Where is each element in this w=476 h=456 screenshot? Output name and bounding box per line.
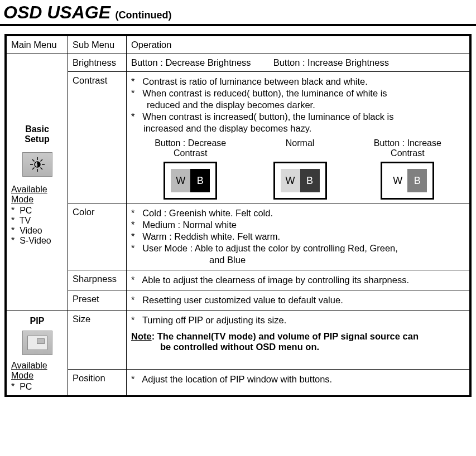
main-menu-pip: PIP Available Mode PC bbox=[7, 311, 68, 396]
submenu-brightness: Brightness bbox=[68, 54, 127, 72]
contrast-demo-increase: Button : Increase Contrast W B bbox=[374, 138, 441, 200]
page-title: OSD USAGE bbox=[3, 2, 110, 22]
contrast-demo-box-dec: W B bbox=[164, 162, 217, 200]
basic-setup-title: Basic Setup bbox=[11, 124, 63, 144]
row-brightness: Basic Setup bbox=[7, 54, 470, 72]
svg-line-6 bbox=[40, 168, 42, 170]
op-contrast: Contrast is ratio of luminance between b… bbox=[127, 72, 470, 203]
pip-icon bbox=[22, 331, 52, 355]
row-color: Color Cold : Greenish white. Felt cold. … bbox=[7, 203, 470, 270]
contrast-demo-normal: Normal W B bbox=[273, 138, 327, 200]
brightness-decrease-text: Button : Decrease Brightness bbox=[131, 57, 251, 68]
mode-item: PC bbox=[11, 382, 63, 392]
contrast-demo-decrease: Button : Decrease Contrast W B bbox=[155, 138, 226, 200]
table-header-row: Main Menu Sub Menu Operation bbox=[7, 36, 470, 54]
pip-size-b1: Turning off PIP or adjusting its size. bbox=[131, 315, 465, 326]
mode-item: PC bbox=[11, 206, 63, 216]
color-b4b: and Blue bbox=[131, 255, 465, 265]
available-mode-list: PC TV Video S-Video bbox=[11, 206, 63, 246]
pip-position-b1: Adjust the location of PIP window with b… bbox=[131, 374, 465, 385]
contrast-note-2b: reduced and the display becomes darker. bbox=[131, 100, 465, 110]
svg-line-8 bbox=[40, 159, 42, 162]
pip-available-mode-label: Available Mode bbox=[11, 361, 47, 380]
mode-item: Video bbox=[11, 226, 63, 236]
op-pip-size: Turning off PIP or adjusting its size. N… bbox=[127, 311, 470, 370]
submenu-sharpness: Sharpness bbox=[68, 270, 127, 290]
pip-note-label: Note bbox=[131, 331, 152, 341]
svg-line-5 bbox=[32, 159, 35, 162]
op-preset: Resetting user customized value to defau… bbox=[127, 290, 470, 311]
pip-note-1: : The channel(TV mode) and volume of PIP… bbox=[152, 331, 419, 341]
contrast-demo-row: Button : Decrease Contrast W B Normal W … bbox=[131, 138, 465, 200]
contrast-note-1: Contrast is ratio of luminance between b… bbox=[131, 76, 465, 87]
contrast-demo-box-norm: W B bbox=[273, 162, 327, 200]
color-b2: Medium : Normal white bbox=[131, 220, 465, 230]
color-b1: Cold : Greenish white. Felt cold. bbox=[131, 208, 465, 219]
header-operation: Operation bbox=[127, 36, 470, 54]
row-pip-position: Position Adjust the location of PIP wind… bbox=[7, 370, 470, 395]
op-color: Cold : Greenish white. Felt cold. Medium… bbox=[127, 203, 470, 270]
row-preset: Preset Resetting user customized value t… bbox=[7, 290, 470, 311]
header-main-menu: Main Menu bbox=[7, 36, 68, 54]
contrast-note-3a: When contrast is increased( button), the… bbox=[131, 111, 465, 122]
preset-b1: Resetting user customized value to defau… bbox=[131, 295, 465, 305]
brightness-increase-text: Button : Increase Brightness bbox=[273, 57, 389, 68]
color-b4a: User Mode : Able to adjust the color by … bbox=[131, 243, 465, 254]
submenu-contrast: Contrast bbox=[68, 72, 127, 203]
submenu-color: Color bbox=[68, 203, 127, 270]
available-mode-label: Available Mode bbox=[11, 185, 47, 204]
main-menu-basic-setup: Basic Setup bbox=[7, 54, 68, 311]
svg-line-7 bbox=[32, 168, 35, 170]
row-pip-size: PIP Available Mode PC Size Turning off P… bbox=[7, 311, 470, 370]
contrast-demo-box-inc: W B bbox=[381, 162, 434, 200]
op-sharpness: Able to adjust the clearness of image by… bbox=[127, 270, 470, 290]
header-sub-menu: Sub Menu bbox=[68, 36, 127, 54]
op-brightness: Button : Decrease Brightness Button : In… bbox=[127, 54, 470, 72]
row-sharpness: Sharpness Able to adjust the clearness o… bbox=[7, 270, 470, 290]
page-title-bar: OSD USAGE (Continued) bbox=[0, 0, 476, 26]
page-subtitle: (Continued) bbox=[115, 9, 171, 21]
mode-item: S-Video bbox=[11, 236, 63, 246]
submenu-pip-size: Size bbox=[68, 311, 127, 370]
op-pip-position: Adjust the location of PIP window with b… bbox=[127, 370, 470, 395]
row-contrast: Contrast Contrast is ratio of luminance … bbox=[7, 72, 470, 203]
osd-table-wrapper: Main Menu Sub Menu Operation Basic Setup bbox=[4, 34, 472, 397]
pip-available-mode-list: PC bbox=[11, 382, 63, 392]
contrast-note-2a: When contrast is reduced( button), the l… bbox=[131, 88, 465, 99]
mode-item: TV bbox=[11, 216, 63, 226]
submenu-pip-position: Position bbox=[68, 370, 127, 395]
brightness-icon bbox=[22, 152, 52, 177]
osd-table: Main Menu Sub Menu Operation Basic Setup bbox=[6, 36, 470, 395]
color-b3: Warm : Reddish white. Felt warm. bbox=[131, 231, 465, 242]
contrast-note-3b: increased and the display becomes hazy. bbox=[131, 123, 465, 134]
submenu-preset: Preset bbox=[68, 290, 127, 311]
pip-title: PIP bbox=[11, 316, 63, 326]
pip-note-2: be controlled without OSD menu on. bbox=[160, 342, 319, 352]
sharpness-b1: Able to adjust the clearness of image by… bbox=[131, 275, 465, 285]
